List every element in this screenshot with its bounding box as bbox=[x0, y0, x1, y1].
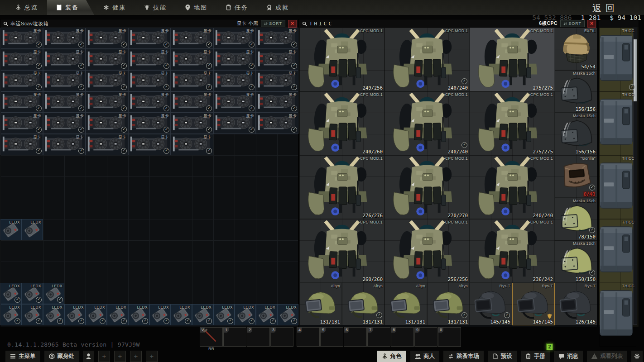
item-graphics-card[interactable]: 显卡✓ bbox=[128, 113, 171, 134]
item-case-thicc[interactable]: THICC✓ bbox=[599, 28, 636, 91]
hotbar-slot-3[interactable]: 3 bbox=[270, 327, 293, 347]
hotbar-slot-2[interactable]: 2 bbox=[247, 327, 270, 347]
item-armor-cpc-mod1[interactable]: CPC MOD.1240/260 bbox=[299, 91, 384, 155]
item-helmet-altyn[interactable]: Altyn131/131✓ bbox=[342, 283, 384, 325]
item-armor-cpc-mod1[interactable]: CPC MOD.1275/275 bbox=[470, 28, 555, 91]
item-ledx[interactable]: LEDX bbox=[22, 219, 43, 240]
item-helmet-maska-black[interactable]: Maska 1Sch156/156 bbox=[555, 70, 597, 113]
item-ledx[interactable]: LEDX✓ bbox=[64, 304, 86, 325]
item-helmet-maska-green[interactable]: Maska 1Sch150/150✓ bbox=[555, 240, 597, 283]
item-armor-cpc-mod1[interactable]: CPC MOD.1240/240✓ bbox=[384, 91, 470, 155]
item-ledx[interactable]: LEDX✓ bbox=[22, 304, 43, 325]
tab-health[interactable]: 健康 bbox=[94, 0, 135, 15]
item-ledx[interactable]: LEDX✓ bbox=[43, 283, 64, 304]
item-graphics-card[interactable]: 显卡✓ bbox=[0, 134, 43, 155]
item-graphics-card[interactable]: 显卡✓ bbox=[171, 49, 213, 70]
flea-market-button[interactable]: 跳蚤市场 bbox=[443, 351, 484, 362]
item-graphics-card[interactable]: 显卡✓ bbox=[86, 91, 128, 113]
junkbox-header[interactable]: 幸运Scav垃圾箱 显卡 小黑 SORT × bbox=[0, 19, 298, 28]
item-ledx[interactable]: LEDX✓ bbox=[0, 304, 22, 325]
item-ledx[interactable]: LEDX✓ bbox=[277, 304, 298, 325]
item-graphics-card[interactable]: 显卡✓ bbox=[43, 91, 86, 113]
item-graphics-card[interactable]: 显卡✓ bbox=[171, 70, 213, 91]
item-graphics-card[interactable]: 显卡✓ bbox=[86, 113, 128, 134]
item-ledx[interactable]: LEDX✓ bbox=[128, 304, 149, 325]
hotbar-slot-8[interactable]: 8 bbox=[391, 327, 414, 347]
item-case-thicc[interactable]: THICC bbox=[599, 91, 636, 155]
presets-button[interactable]: 预设 bbox=[488, 351, 517, 362]
item-ledx[interactable]: LEDX✓ bbox=[149, 304, 171, 325]
item-armor-cpc-mod1[interactable]: CPC MOD.1276/276 bbox=[299, 155, 384, 219]
item-ledx[interactable]: LEDX✓ bbox=[43, 304, 64, 325]
hotbar-slot-0[interactable]: 0 bbox=[438, 327, 461, 347]
item-ledx[interactable]: LEDX✓ bbox=[192, 304, 213, 325]
item-graphics-card[interactable]: 显卡✓ bbox=[0, 70, 43, 91]
item-graphics-card[interactable]: 显卡✓ bbox=[86, 49, 128, 70]
item-graphics-card[interactable]: 显卡✓ bbox=[213, 70, 256, 91]
settings-button[interactable] bbox=[631, 351, 643, 362]
item-graphics-card[interactable]: 显卡✓ bbox=[213, 113, 256, 134]
messages-button[interactable]: 消息 bbox=[554, 351, 583, 362]
item-graphics-card[interactable]: 显卡✓ bbox=[128, 70, 171, 91]
item-helmet-gorilla[interactable]: "Gorilla"0/40✓ bbox=[555, 155, 597, 198]
hotbar-slot-9[interactable]: 9 bbox=[414, 327, 437, 347]
item-ledx[interactable]: LEDX bbox=[0, 219, 22, 240]
hotbar-slot-V[interactable]: V bbox=[200, 327, 223, 347]
item-ledx[interactable]: LEDX✓ bbox=[256, 304, 277, 325]
tab-tasks[interactable]: 任务 bbox=[216, 0, 257, 15]
hotbar-slot-6[interactable]: 6 bbox=[344, 327, 367, 347]
item-armor-cpc-mod1[interactable]: CPC MOD.1240/240 bbox=[470, 155, 555, 219]
item-armor-cpc-mod1[interactable]: CPC MOD.1275/275 bbox=[470, 91, 555, 155]
item-ledx[interactable]: LEDX✓ bbox=[86, 304, 107, 325]
item-graphics-card[interactable]: 显卡✓ bbox=[256, 91, 298, 113]
tab-gear[interactable]: 装备 bbox=[47, 0, 94, 15]
item-case-thicc[interactable]: THICC bbox=[599, 283, 636, 347]
item-graphics-card[interactable]: 显卡✓ bbox=[171, 113, 213, 134]
main-menu-button[interactable]: 主菜单 bbox=[5, 351, 40, 362]
item-graphics-card[interactable]: 显卡✓ bbox=[86, 134, 128, 155]
item-helmet-altyn[interactable]: Altyn131/131✓ bbox=[427, 283, 470, 325]
item-armor-cpc-mod1[interactable]: CPC MOD.1260/260 bbox=[299, 219, 384, 283]
item-case-thicc[interactable]: THICC bbox=[599, 155, 636, 219]
add-slot-button[interactable]: + bbox=[146, 351, 158, 362]
tab-map[interactable]: 地图 bbox=[176, 0, 216, 15]
add-slot-button[interactable]: + bbox=[130, 351, 142, 362]
item-helmet-ryst[interactable]: Rys-T145/145✓ bbox=[470, 283, 512, 325]
thicc-grid[interactable]: CPC MOD.1249/256CPC MOD.1240/240✓CPC MOD… bbox=[299, 28, 597, 325]
profile-button[interactable] bbox=[83, 351, 94, 362]
junkbox-close-button[interactable]: × bbox=[288, 20, 297, 28]
tab-skills[interactable]: 技能 bbox=[135, 0, 176, 15]
item-ledx[interactable]: LEDX✓ bbox=[0, 283, 22, 304]
tab-achievements[interactable]: 成就 bbox=[257, 0, 298, 15]
item-helmet-ryst[interactable]: Rys-T145/145 bbox=[512, 283, 555, 325]
item-graphics-card[interactable]: 显卡✓ bbox=[0, 28, 43, 49]
item-armor-cpc-mod1[interactable]: CPC MOD.1256/256 bbox=[384, 219, 470, 283]
item-graphics-card[interactable]: 显卡✓ bbox=[86, 28, 128, 49]
character-button[interactable]: 角色 bbox=[377, 351, 406, 362]
item-graphics-card[interactable]: 显卡✓ bbox=[128, 49, 171, 70]
item-graphics-card[interactable]: 显卡✓ bbox=[0, 91, 43, 113]
item-graphics-card[interactable]: 显卡✓ bbox=[213, 49, 256, 70]
hotbar-slot-4[interactable]: 4 bbox=[297, 327, 320, 347]
hideout-button[interactable]: 藏身处 bbox=[44, 351, 79, 362]
stash-scrollbar[interactable] bbox=[633, 28, 637, 325]
item-graphics-card[interactable]: 显卡✓ bbox=[256, 113, 298, 134]
handbook-button[interactable]: 手册 bbox=[521, 351, 550, 362]
item-helmet-altyn[interactable]: Altyn131/131 bbox=[299, 283, 342, 325]
item-graphics-card[interactable]: 显卡✓ bbox=[43, 70, 86, 91]
traders-button[interactable]: 商人 bbox=[410, 351, 439, 362]
item-ledx[interactable]: LEDX✓ bbox=[235, 304, 256, 325]
item-graphics-card[interactable]: 显卡✓ bbox=[213, 28, 256, 49]
item-graphics-card[interactable]: 显卡✓ bbox=[128, 134, 171, 155]
item-graphics-card[interactable]: 显卡✓ bbox=[256, 28, 298, 49]
item-graphics-card[interactable]: 显卡✓ bbox=[86, 70, 128, 91]
watchlist-button[interactable]: 观看列表 bbox=[587, 351, 627, 362]
stash-grid[interactable]: THICC✓THICCTHICCTHICCTHICC bbox=[599, 28, 634, 325]
add-slot-button[interactable]: + bbox=[114, 351, 126, 362]
hotbar-slot-5[interactable]: 5 bbox=[320, 327, 343, 347]
hotbar-slot-1[interactable]: 1 bbox=[223, 327, 246, 347]
item-graphics-card[interactable]: 显卡✓ bbox=[171, 91, 213, 113]
item-armor-cpc-mod1[interactable]: CPC MOD.1270/270 bbox=[384, 155, 470, 219]
item-helmet-maska-green[interactable]: Maska 1Sch78/150✓ bbox=[555, 198, 597, 240]
item-graphics-card[interactable]: 显卡✓ bbox=[128, 28, 171, 49]
